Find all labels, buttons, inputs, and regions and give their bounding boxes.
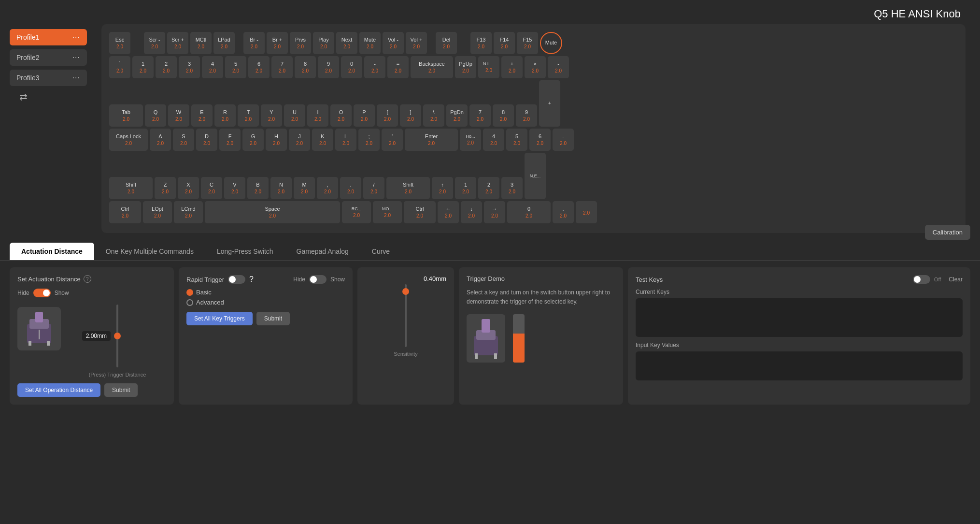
key-s[interactable]: S2.0 bbox=[173, 129, 194, 151]
key-h[interactable]: H2.0 bbox=[266, 129, 287, 151]
radio-advanced[interactable]: Advanced bbox=[186, 299, 345, 306]
key-f14[interactable]: F142.0 bbox=[494, 32, 515, 54]
key-g[interactable]: G2.0 bbox=[242, 129, 264, 151]
key-num9[interactable]: 92.0 bbox=[516, 104, 537, 127]
key-down[interactable]: ↓2.0 bbox=[461, 201, 482, 223]
key-play[interactable]: Play2.0 bbox=[313, 32, 334, 54]
key-num1[interactable]: 12.0 bbox=[455, 177, 476, 199]
rapid-hide-toggle[interactable] bbox=[309, 275, 327, 284]
rapid-trigger-toggle[interactable] bbox=[228, 275, 245, 284]
rapid-trigger-info-icon[interactable]: ? bbox=[249, 275, 254, 284]
key-v[interactable]: V2.0 bbox=[224, 177, 245, 199]
key-num-mult[interactable]: ×2.0 bbox=[525, 56, 546, 78]
key-y[interactable]: Y2.0 bbox=[261, 104, 282, 127]
key-d[interactable]: D2.0 bbox=[196, 129, 217, 151]
key-num8[interactable]: 82.0 bbox=[493, 104, 514, 127]
key-j[interactable]: J2.0 bbox=[289, 129, 310, 151]
key-ctrl-r[interactable]: Ctrl2.0 bbox=[404, 201, 436, 223]
key-u[interactable]: U2.0 bbox=[284, 104, 305, 127]
key-numenter[interactable]: N.E... bbox=[525, 153, 546, 199]
tab-gamepad[interactable]: Gamepad Analog bbox=[285, 243, 360, 260]
key-f15[interactable]: F152.0 bbox=[517, 32, 538, 54]
actuation-submit-btn[interactable]: Submit bbox=[104, 383, 138, 397]
profile2-button[interactable]: Profile2 ··· bbox=[10, 49, 87, 66]
key-numenter2[interactable]: 2.0 bbox=[576, 201, 597, 223]
key-mute[interactable]: Mute2.0 bbox=[359, 32, 381, 54]
key-num-minus[interactable]: -2.0 bbox=[548, 56, 569, 78]
key-equals[interactable]: =2.0 bbox=[387, 56, 409, 78]
key-up[interactable]: ↑2.0 bbox=[432, 177, 453, 199]
key-lcmd[interactable]: LCmd2.0 bbox=[174, 201, 203, 223]
key-knob-mute[interactable]: Mute bbox=[540, 32, 562, 54]
key-x[interactable]: X2.0 bbox=[178, 177, 199, 199]
key-r[interactable]: R2.0 bbox=[214, 104, 236, 127]
key-num-plus[interactable]: +2.0 bbox=[501, 56, 523, 78]
key-num6[interactable]: 62.0 bbox=[529, 129, 551, 151]
key-num5[interactable]: 52.0 bbox=[506, 129, 527, 151]
key-shift-r[interactable]: Shift2.0 bbox=[386, 177, 430, 199]
profile3-dots[interactable]: ··· bbox=[72, 73, 80, 82]
test-keys-toggle[interactable] bbox=[913, 275, 930, 284]
key-1[interactable]: 12.0 bbox=[132, 56, 154, 78]
profile2-dots[interactable]: ··· bbox=[72, 53, 80, 62]
key-4[interactable]: 42.0 bbox=[202, 56, 223, 78]
key-numdot[interactable]: .2.0 bbox=[553, 201, 574, 223]
key-b[interactable]: B2.0 bbox=[247, 177, 269, 199]
key-num-plus2[interactable]: + bbox=[539, 80, 560, 127]
key-semicolon[interactable]: ;2.0 bbox=[358, 129, 380, 151]
key-prvs[interactable]: Prvs2.0 bbox=[290, 32, 311, 54]
profile3-button[interactable]: Profile3 ··· bbox=[10, 70, 87, 86]
key-pgup[interactable]: PgUp2.0 bbox=[455, 56, 476, 78]
key-num0[interactable]: 02.0 bbox=[507, 201, 551, 223]
key-t[interactable]: T2.0 bbox=[238, 104, 259, 127]
sensitivity-slider-thumb[interactable] bbox=[402, 288, 409, 295]
key-left[interactable]: ←2.0 bbox=[438, 201, 459, 223]
key-num2[interactable]: 22.0 bbox=[478, 177, 499, 199]
key-esc[interactable]: Esc2.0 bbox=[109, 32, 130, 54]
key-enter[interactable]: Enter2.0 bbox=[405, 129, 458, 151]
key-mo[interactable]: MO...2.0 bbox=[373, 201, 402, 223]
key-lpad[interactable]: LPad2.0 bbox=[213, 32, 235, 54]
actuation-info-icon[interactable]: ? bbox=[84, 275, 91, 283]
tab-actuation[interactable]: Actuation Distance bbox=[10, 243, 94, 260]
key-vol-plus[interactable]: Vol +2.0 bbox=[406, 32, 427, 54]
key-backtick[interactable]: `2.0 bbox=[109, 56, 130, 78]
key-rcmd[interactable]: RC...2.0 bbox=[342, 201, 371, 223]
key-q[interactable]: Q2.0 bbox=[145, 104, 166, 127]
key-p[interactable]: P2.0 bbox=[354, 104, 375, 127]
key-comma[interactable]: ,2.0 bbox=[317, 177, 338, 199]
key-num7[interactable]: 72.0 bbox=[469, 104, 491, 127]
key-period[interactable]: .2.0 bbox=[340, 177, 361, 199]
tab-onekey[interactable]: One Key Multiple Commands bbox=[94, 243, 205, 260]
key-5[interactable]: 52.0 bbox=[225, 56, 246, 78]
key-2[interactable]: 22.0 bbox=[156, 56, 177, 78]
key-mctl[interactable]: MCtl2.0 bbox=[190, 32, 212, 54]
key-shift-l[interactable]: Shift2.0 bbox=[109, 177, 153, 199]
radio-basic[interactable]: Basic bbox=[186, 289, 345, 296]
key-3[interactable]: 32.0 bbox=[179, 56, 200, 78]
key-rbracket[interactable]: ]2.0 bbox=[400, 104, 421, 127]
profile1-button[interactable]: Profile1 ··· bbox=[10, 29, 87, 45]
key-n[interactable]: N2.0 bbox=[270, 177, 292, 199]
key-right[interactable]: →2.0 bbox=[484, 201, 505, 223]
key-a[interactable]: A2.0 bbox=[150, 129, 171, 151]
rapid-submit-btn[interactable]: Submit bbox=[256, 312, 290, 325]
key-capslock[interactable]: Caps Lock2.0 bbox=[109, 129, 148, 151]
key-6[interactable]: 62.0 bbox=[248, 56, 270, 78]
key-z[interactable]: Z2.0 bbox=[155, 177, 176, 199]
key-del[interactable]: Del2.0 bbox=[436, 32, 457, 54]
key-w[interactable]: W2.0 bbox=[168, 104, 189, 127]
key-num-minus2[interactable]: -2.0 bbox=[553, 129, 574, 151]
key-c[interactable]: C2.0 bbox=[201, 177, 222, 199]
key-0[interactable]: 02.0 bbox=[341, 56, 362, 78]
key-br-plus[interactable]: Br +2.0 bbox=[267, 32, 288, 54]
key-num4[interactable]: 42.0 bbox=[483, 129, 504, 151]
key-9[interactable]: 92.0 bbox=[318, 56, 339, 78]
tab-curve[interactable]: Curve bbox=[360, 243, 401, 260]
key-next[interactable]: Next2.0 bbox=[336, 32, 357, 54]
key-scr-plus[interactable]: Scr +2.0 bbox=[167, 32, 188, 54]
key-f13[interactable]: F132.0 bbox=[470, 32, 492, 54]
key-tab[interactable]: Tab2.0 bbox=[109, 104, 143, 127]
key-scr-minus[interactable]: Scr -2.0 bbox=[144, 32, 165, 54]
key-o[interactable]: O2.0 bbox=[330, 104, 352, 127]
